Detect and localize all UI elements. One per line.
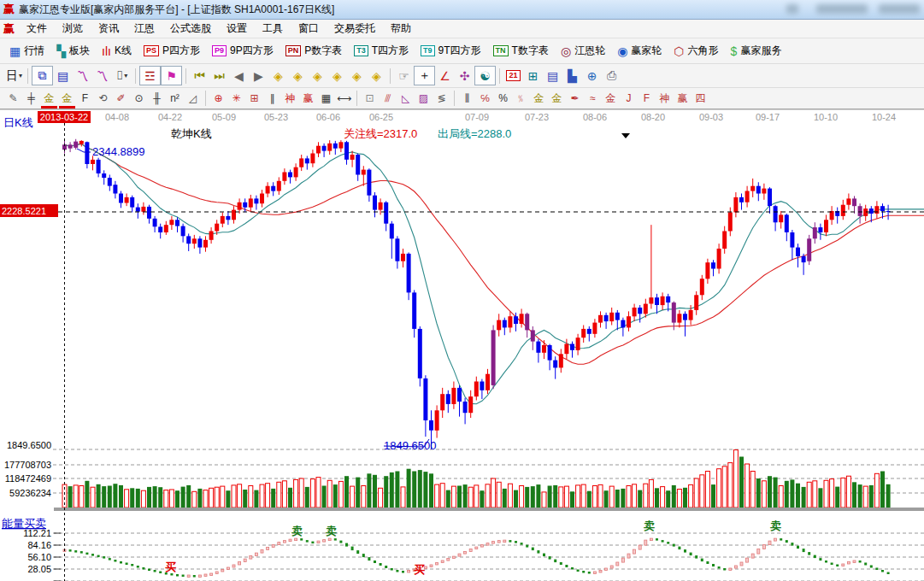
menu-item[interactable]: 文件 — [19, 20, 55, 38]
menu-item[interactable]: 江恩 — [127, 20, 162, 38]
menu-item[interactable]: 资讯 — [91, 20, 127, 38]
moire-icon[interactable]: ▨ — [415, 91, 433, 107]
kline-button[interactable]: ılıK线 — [96, 41, 138, 61]
p-digit-table-button[interactable]: PNP数字表 — [280, 41, 349, 61]
printer-icon[interactable]: ⎙ — [602, 67, 621, 85]
gann-draw-icon[interactable]: ✣ — [455, 67, 474, 85]
ying-tool-icon[interactable]: 赢 — [299, 91, 317, 107]
shen-tool-icon[interactable]: 神 — [281, 91, 299, 107]
parallel-icon[interactable]: ∥ — [263, 91, 281, 107]
diamond-expand-icon[interactable]: ◈ — [308, 67, 327, 85]
gold-angle-icon[interactable]: 金 — [602, 91, 620, 107]
diamond-right-icon[interactable]: ◈ — [288, 67, 308, 85]
9t-square-button[interactable]: T99T四方形 — [415, 41, 487, 61]
diamond-shrink-icon[interactable]: ◈ — [327, 67, 347, 85]
width-arrows-icon[interactable]: ⟷ — [335, 91, 353, 107]
pencil-icon[interactable]: ✎ — [4, 91, 22, 107]
globe-icon[interactable]: ⊕ — [582, 67, 602, 85]
menu-item[interactable]: 交易委托 — [327, 20, 383, 38]
period-day-dropdown[interactable]: 日▾ — [4, 67, 24, 85]
web-grid-icon[interactable]: ⊞ — [245, 91, 263, 107]
grid123-icon[interactable]: ▦ — [317, 91, 335, 107]
hexagon-button[interactable]: ⬡六角形 — [668, 41, 724, 61]
notes-icon[interactable]: ▤ — [543, 67, 562, 85]
calculator-icon[interactable]: ⊞ — [523, 67, 543, 85]
last-page-icon[interactable]: ⏭ — [209, 67, 229, 85]
diamond-left-icon[interactable]: ◈ — [268, 67, 288, 85]
j-angle-icon[interactable]: J — [620, 91, 638, 107]
diamond-plus-icon[interactable]: ◈ — [367, 67, 386, 85]
quotes-button[interactable]: ▦行情 — [3, 41, 50, 61]
ying-angle-icon[interactable]: 赢 — [674, 91, 692, 107]
mirror-angle-icon[interactable]: ◿ — [184, 91, 202, 107]
percent-slash-icon[interactable]: ℅ — [476, 91, 494, 107]
frame-tool-icon-glyph: ⊡ — [365, 92, 374, 104]
bow-tool-icon[interactable]: ⟲ — [94, 91, 112, 107]
save-icon[interactable]: ▙ — [562, 67, 582, 85]
diamond-star-icon[interactable]: ◈ — [347, 67, 367, 85]
n-squared-icon[interactable]: n² — [166, 91, 184, 107]
qiankun-kline-icon[interactable]: ☲ — [139, 66, 161, 85]
p-square-button[interactable]: PSP四方形 — [138, 41, 206, 61]
crosshair-tool-icon[interactable]: ＋ — [414, 66, 435, 85]
t-digit-table-button[interactable]: TNT数字表 — [487, 41, 555, 61]
ying-tool-icon-glyph: 赢 — [303, 91, 314, 106]
pattern-zoom-icon[interactable]: ⧉ — [32, 66, 53, 85]
menu-item[interactable]: 窗口 — [291, 20, 327, 38]
kline-chart-svg[interactable]: 2013-03-2204-0804-2205-0905-2306-0606-25… — [0, 109, 924, 581]
gold-circle-icon[interactable]: 金 — [530, 91, 548, 107]
winner-service-button[interactable]: $赢家服务 — [725, 41, 788, 61]
fence-icon[interactable]: ╫ — [148, 91, 166, 107]
t-square-button[interactable]: T3T四方形 — [348, 41, 415, 61]
wave9-icon[interactable]: 〽 — [92, 67, 112, 85]
menu-item[interactable]: 公式选股 — [162, 20, 219, 38]
web-grid-icon-glyph: ⊞ — [250, 92, 258, 104]
red-pencil-icon[interactable]: ✐ — [112, 91, 130, 107]
rays-icon[interactable]: ⫻ — [379, 91, 397, 107]
wave3-icon[interactable]: 〽 — [73, 67, 92, 85]
menu-item[interactable]: 帮助 — [383, 20, 419, 38]
f-angle-icon[interactable]: F — [638, 91, 656, 107]
f-tool-icon[interactable]: F — [76, 91, 94, 107]
star-web-icon[interactable]: ✳ — [227, 91, 245, 107]
info-panel-icon[interactable]: ▤ — [53, 67, 73, 85]
brain-tool-icon[interactable]: ☯ — [474, 66, 496, 85]
drawing-toolbar: ✎╪金金F⟲✐⊙╫n²◿⊕✳⊞∥神赢▦⟷⊡⫻◺▨≶⫼℅%﹪金金✒≈金JF神赢四 — [0, 88, 924, 109]
brush-angle-icon[interactable]: ✒ — [566, 91, 584, 107]
chart-area[interactable]: 2013-03-2204-0804-2205-0905-2306-0606-25… — [0, 109, 924, 581]
zigzag-icon[interactable]: ≶ — [433, 91, 450, 107]
menu-item[interactable]: 浏览 — [55, 20, 91, 38]
date-tick: 06-06 — [316, 112, 340, 122]
gold-segment2-icon[interactable]: 金 — [58, 91, 76, 107]
hand-tool-icon[interactable]: ☞ — [394, 67, 414, 85]
shen-angle-icon[interactable]: 神 — [656, 91, 674, 107]
gold-line2-icon[interactable]: 金 — [548, 91, 566, 107]
menu-item[interactable]: 设置 — [219, 20, 255, 38]
sectors-button[interactable]: ▚板块 — [50, 41, 96, 61]
9p-square-button[interactable]: P99P四方形 — [206, 41, 280, 61]
scale-ruler-icon[interactable]: ⫼ — [458, 91, 476, 107]
first-page-icon[interactable]: ⏮ — [190, 67, 209, 85]
calendar-icon[interactable]: 21 — [503, 67, 523, 85]
percent-icon[interactable]: % — [494, 91, 512, 107]
prev-icon[interactable]: ◀ — [229, 67, 249, 85]
four-angle-icon[interactable]: 四 — [692, 91, 709, 107]
next-icon[interactable]: ▶ — [249, 67, 268, 85]
printer-icon-glyph: ⎙ — [607, 68, 616, 83]
frame-tool-icon[interactable]: ⊡ — [361, 91, 379, 107]
fan-shade-icon[interactable]: ◺ — [397, 91, 415, 107]
pane-splitter[interactable] — [54, 508, 924, 511]
winner-wheel-button[interactable]: ◉赢家轮 — [611, 41, 668, 61]
grid-lines-icon[interactable]: ╪ — [22, 91, 40, 107]
candle-type-dropdown[interactable]: ⌷▾ — [112, 67, 132, 85]
main-toolbar: ▦行情▚板块ılıK线PSP四方形P99P四方形PNP数字表T3T四方形T99T… — [0, 38, 924, 64]
percent-line-icon[interactable]: ﹪ — [512, 91, 530, 107]
wave-channel-icon[interactable]: ≈ — [584, 91, 602, 107]
angle-measure-icon[interactable]: ∠ — [435, 67, 455, 85]
gold-segment1-icon[interactable]: 金 — [40, 91, 58, 107]
energy-flag-icon[interactable]: ⚑ — [161, 66, 182, 85]
compass-icon[interactable]: ⊙ — [130, 91, 148, 107]
gann-wheel-button[interactable]: ◎江恩轮 — [555, 41, 611, 61]
menu-item[interactable]: 工具 — [255, 20, 291, 38]
target-cross-icon[interactable]: ⊕ — [209, 91, 227, 107]
